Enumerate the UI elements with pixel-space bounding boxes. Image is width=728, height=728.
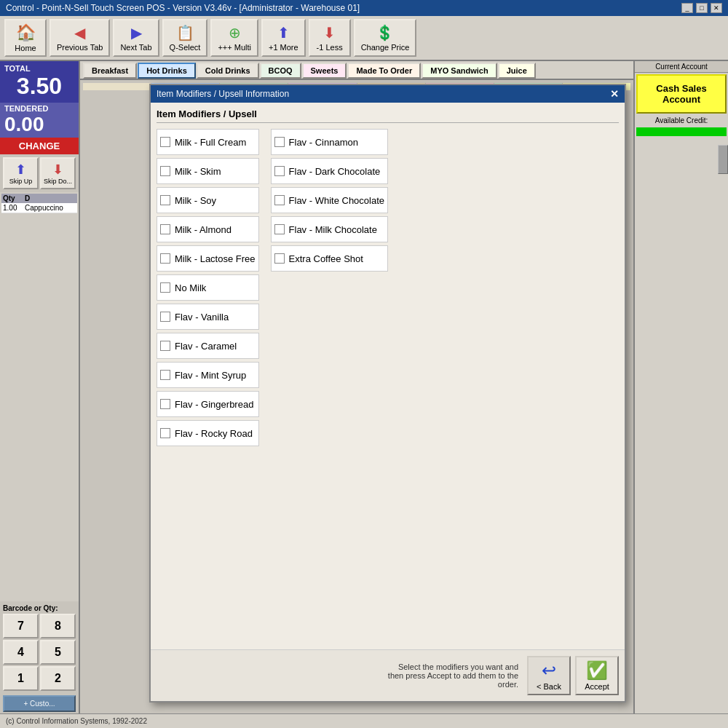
modifier-extra-coffee-shot[interactable]: Extra Coffee Shot — [271, 245, 389, 272]
title-bar: Control - Point-N-Sell Touch Screen POS … — [0, 0, 728, 16]
modifiers-right-column: Flav - Cinnamon Flav - Dark Chocolate Fl… — [271, 129, 389, 446]
modifiers-container: Milk - Full Cream Milk - Skim Milk - Soy — [157, 129, 619, 446]
modifier-milk-almond[interactable]: Milk - Almond — [157, 216, 259, 242]
label-flav-milk-chocolate: Flav - Milk Chocolate — [289, 224, 377, 235]
check-milk-almond[interactable] — [160, 224, 170, 234]
app-title: Control - Point-N-Sell Touch Screen POS … — [6, 3, 360, 13]
modifiers-left-column: Milk - Full Cream Milk - Skim Milk - Soy — [157, 129, 259, 446]
modifier-flav-white-chocolate[interactable]: Flav - White Chocolate — [271, 187, 389, 213]
modifier-flav-cinnamon[interactable]: Flav - Cinnamon — [271, 129, 389, 155]
scrollbar-area[interactable] — [635, 138, 728, 713]
check-milk-skim[interactable] — [160, 166, 170, 176]
available-credit-label: Available Credit: — [635, 115, 728, 126]
skip-up-label: Skip Up — [6, 178, 36, 185]
custom-button[interactable]: + Custo... — [3, 695, 76, 712]
plus1-icon: ⬆ — [277, 24, 290, 41]
tab-sweets[interactable]: Sweets — [302, 63, 347, 79]
num-5-button[interactable]: 5 — [40, 640, 76, 665]
multi-button[interactable]: ⊕ +++ Multi — [210, 19, 258, 57]
status-bar: (c) Control Information Systems, 1992-20… — [0, 713, 728, 728]
num-8-button[interactable]: 8 — [40, 614, 76, 638]
modifier-flav-vanilla[interactable]: Flav - Vanilla — [157, 304, 259, 330]
check-flav-milk-chocolate[interactable] — [274, 224, 285, 234]
check-flav-white-chocolate[interactable] — [274, 195, 285, 205]
label-milk-lactose-free: Milk - Lactose Free — [175, 253, 256, 264]
change-button[interactable]: CHANGE — [0, 138, 79, 154]
app-window: 🏠 Home ◀ Previous Tab ▶ Next Tab 📋 Q-Sel… — [0, 16, 728, 728]
tab-hot-drinks[interactable]: Hot Drinks — [138, 63, 196, 79]
check-flav-gingerbread[interactable] — [160, 399, 170, 409]
modifier-flav-dark-chocolate[interactable]: Flav - Dark Chocolate — [271, 158, 389, 184]
check-extra-coffee-shot[interactable] — [274, 253, 285, 264]
check-flav-mint-syrup[interactable] — [160, 370, 170, 380]
modifier-milk-skim[interactable]: Milk - Skim — [157, 158, 259, 184]
modifier-flav-caramel[interactable]: Flav - Caramel — [157, 333, 259, 359]
modifier-flav-mint-syrup[interactable]: Flav - Mint Syrup — [157, 362, 259, 388]
check-flav-vanilla[interactable] — [160, 312, 170, 322]
num-1-button[interactable]: 1 — [3, 666, 39, 691]
modifier-flav-gingerbread[interactable]: Flav - Gingerbread — [157, 391, 259, 417]
minus1-button[interactable]: ⬇ -1 Less — [309, 19, 351, 57]
check-milk-soy[interactable] — [160, 195, 170, 205]
tab-myo-sandwich[interactable]: MYO Sandwich — [422, 63, 496, 79]
check-milk-lactose-free[interactable] — [160, 253, 170, 264]
previous-tab-button[interactable]: ◀ Previous Tab — [50, 19, 110, 57]
modifier-flav-rocky-road[interactable]: Flav - Rocky Road — [157, 420, 259, 446]
label-flav-rocky-road: Flav - Rocky Road — [175, 428, 253, 439]
numpad: 7 8 4 5 1 2 — [3, 614, 76, 691]
num-2-button[interactable]: 2 — [40, 666, 76, 691]
skip-down-icon: ⬇ — [43, 162, 73, 178]
skip-section: ⬆ Skip Up ⬇ Skip Do... — [0, 154, 79, 192]
dialog-title: Item Modifiers / Upsell Information — [157, 89, 289, 99]
row-desc: Cappuccino — [25, 204, 76, 212]
q-select-button[interactable]: 📋 Q-Select — [162, 19, 208, 57]
skip-up-button[interactable]: ⬆ Skip Up — [3, 157, 39, 189]
tab-cold-drinks[interactable]: Cold Drinks — [197, 63, 259, 79]
accept-label: Accept — [585, 682, 609, 691]
next-tab-button[interactable]: ▶ Next Tab — [113, 19, 159, 57]
back-icon: ↩ — [542, 660, 556, 681]
modifier-milk-soy[interactable]: Milk - Soy — [157, 187, 259, 213]
maximize-button[interactable]: □ — [696, 3, 708, 13]
skip-up-icon: ⬆ — [6, 162, 36, 178]
check-flav-caramel[interactable] — [160, 341, 170, 351]
check-no-milk[interactable] — [160, 282, 170, 293]
items-header: Qty D — [1, 194, 77, 203]
back-button[interactable]: ↩ < Back — [527, 656, 571, 695]
cash-sales-button[interactable]: Cash Sales Account — [636, 74, 727, 114]
tab-bcoq[interactable]: BCOQ — [260, 63, 301, 79]
modifier-milk-lactose-free[interactable]: Milk - Lactose Free — [157, 245, 259, 272]
num-4-button[interactable]: 4 — [3, 640, 39, 665]
row-qty: 1.00 — [3, 204, 25, 212]
skip-down-button[interactable]: ⬇ Skip Do... — [40, 157, 76, 189]
check-flav-rocky-road[interactable] — [160, 428, 170, 438]
total-label: TOTAL — [4, 64, 74, 73]
check-flav-cinnamon[interactable] — [274, 137, 285, 147]
tab-juice[interactable]: Juice — [498, 63, 536, 79]
tab-made-to-order[interactable]: Made To Order — [347, 63, 421, 79]
dialog-subtitle: Item Modifiers / Upsell — [157, 108, 619, 123]
close-button[interactable]: ✕ — [711, 3, 722, 13]
modifier-no-milk[interactable]: No Milk — [157, 274, 259, 301]
label-flav-cinnamon: Flav - Cinnamon — [289, 137, 358, 148]
num-7-button[interactable]: 7 — [3, 614, 39, 638]
table-row: 1.00 Cappuccino — [1, 203, 77, 213]
check-milk-full-cream[interactable] — [160, 137, 170, 147]
accept-button[interactable]: ✅ Accept — [575, 656, 619, 695]
dialog-close-button[interactable]: ✕ — [610, 88, 619, 100]
check-flav-dark-chocolate[interactable] — [274, 166, 285, 176]
footer-hint: Select the modifiers you want and then p… — [387, 662, 518, 689]
modifier-milk-full-cream[interactable]: Milk - Full Cream — [157, 129, 259, 155]
back-label: < Back — [537, 682, 561, 691]
scroll-thumb[interactable] — [718, 145, 728, 174]
change-price-button[interactable]: 💲 Change Price — [354, 19, 417, 57]
label-flav-white-chocolate: Flav - White Chocolate — [289, 195, 385, 206]
right-panel: Current Account Cash Sales Account Avail… — [633, 61, 728, 713]
item-modifiers-dialog: Item Modifiers / Upsell Information ✕ It… — [149, 84, 626, 703]
plus1-button[interactable]: ⬆ +1 More — [261, 19, 306, 57]
tab-breakfast[interactable]: Breakfast — [83, 63, 137, 79]
modifier-flav-milk-chocolate[interactable]: Flav - Milk Chocolate — [271, 216, 389, 242]
home-button[interactable]: 🏠 Home — [4, 19, 47, 57]
accept-icon: ✅ — [586, 660, 608, 681]
minimize-button[interactable]: _ — [681, 3, 693, 13]
